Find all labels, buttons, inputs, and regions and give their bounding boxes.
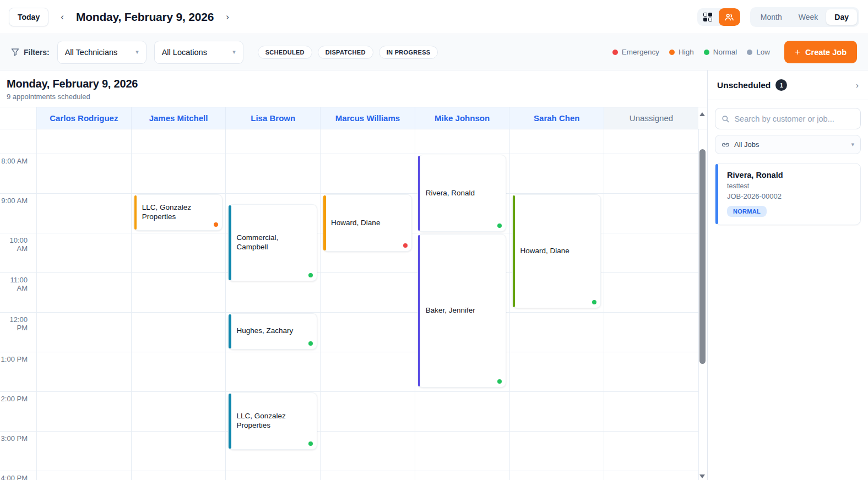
event-card-commercial-campbell[interactable]: Commercial, Campbell [228,204,317,281]
time-label: 8:00 AM [0,157,32,165]
schedule-grid: Carlos RodriguezJames MitchellLisa Brown… [0,107,707,480]
event-accent-bar [134,195,137,230]
appointments-count: 9 appointments scheduled [7,92,701,101]
legend-normal: Normal [704,48,737,56]
event-card-llc-gonzalez-properties[interactable]: LLC, Gonzalez Properties [228,392,317,450]
vertical-scrollbar-thumb[interactable] [699,149,706,364]
event-accent-bar [229,205,231,280]
legend-emergency: Emergency [612,48,659,56]
status-badge-scheduled[interactable]: SCHEDULED [258,46,312,59]
layout-view-toggle [697,8,740,26]
view-mode-week[interactable]: Week [790,9,827,25]
event-card-baker-jennifer[interactable]: Baker, Jennifer [417,234,507,388]
legend-dot-high [669,50,675,55]
event-card-howard-diane[interactable]: Howard, Diane [323,194,412,252]
event-title: Hughes, Zachary [236,326,293,336]
location-filter-select[interactable]: All Locations ▾ [154,41,243,64]
next-day-button[interactable]: › [221,9,234,25]
filters-label: Filters: [24,48,50,57]
hour-line [0,431,698,432]
status-filter-pills: SCHEDULEDDISPATCHEDIN PROGRESS [258,46,438,59]
filters-label-wrap: Filters: [11,48,50,57]
create-job-button[interactable]: + Create Job [784,41,857,63]
top-toolbar: Today ‹ Monday, February 9, 2026 › Month… [0,0,868,34]
column-divider [415,129,415,480]
unscheduled-job-card[interactable]: Rivera, Ronald testtest JOB-2026-00002 N… [715,163,861,225]
prev-day-button[interactable]: ‹ [56,9,68,25]
calendar-mode-switch: MonthWeekDay [750,7,859,27]
column-divider [36,129,37,480]
time-label: 4:00 PM [0,474,32,480]
scroll-down-arrow[interactable] [699,474,705,478]
time-gutter-header [0,107,36,129]
chevron-down-icon: ▾ [135,48,139,56]
column-header-carlos-rodriguez[interactable]: Carlos Rodriguez [36,107,131,129]
column-divider [320,129,321,480]
event-title: Rivera, Ronald [426,189,475,198]
time-label: 10:00 AM [0,236,32,253]
job-priority-badge: NORMAL [727,206,767,217]
schedule-grid-body[interactable]: 8:00 AM9:00 AM10:00 AM11:00 AM12:00 PM1:… [0,129,707,480]
event-priority-dot [497,379,502,384]
hour-line [0,471,698,471]
view-mode-month[interactable]: Month [752,9,790,25]
event-title: Howard, Diane [520,247,569,256]
priority-legend: EmergencyHighNormalLow [612,48,770,56]
grid-view-button[interactable] [697,8,719,26]
status-badge-dispatched[interactable]: DISPATCHED [318,46,373,59]
column-header-lisa-brown[interactable]: Lisa Brown [225,107,320,129]
column-header-marcus-williams[interactable]: Marcus Williams [320,107,415,129]
view-mode-day[interactable]: Day [826,9,857,25]
event-accent-bar [229,314,231,348]
status-badge-in-progress[interactable]: IN PROGRESS [379,46,438,59]
people-icon [724,13,734,21]
event-title: Baker, Jennifer [426,306,475,315]
job-search-input[interactable] [734,114,854,123]
time-label: 9:00 AM [0,197,32,205]
column-header-sarah-chen[interactable]: Sarah Chen [509,107,604,129]
event-priority-dot [308,273,313,277]
event-card-howard-diane[interactable]: Howard, Diane [512,194,601,308]
technician-column-headers: Carlos RodriguezJames MitchellLisa Brown… [0,107,707,129]
funnel-icon [11,48,19,56]
event-title: LLC, Gonzalez Properties [142,203,214,222]
scroll-up-arrow[interactable] [699,112,705,116]
column-divider [604,129,604,480]
event-priority-dot [592,300,596,304]
event-card-rivera-ronald[interactable]: Rivera, Ronald [417,155,507,232]
legend-dot-low [747,50,752,55]
event-priority-dot [497,223,502,228]
calendar-area: Monday, February 9, 2026 9 appointments … [0,70,707,480]
legend-dot-emergency [612,50,618,55]
hour-line [0,391,698,392]
event-accent-bar [418,235,421,386]
time-label: 2:00 PM [0,395,32,403]
job-customer-name: Rivera, Ronald [727,171,853,179]
job-description: testtest [727,182,853,190]
jobs-filter-select[interactable]: All Jobs ▾ [715,135,861,154]
location-filter-value: All Locations [162,48,207,57]
job-search-box [715,108,861,129]
today-button[interactable]: Today [9,8,48,26]
column-header-james-mitchell[interactable]: James Mitchell [131,107,226,129]
job-card-accent-bar [715,164,718,224]
event-priority-dot [308,441,313,446]
column-header-unassigned[interactable]: Unassigned [604,107,698,129]
column-header-mike-johnson[interactable]: Mike Johnson [415,107,509,129]
legend-high: High [669,48,694,56]
collapse-sidebar-chevron[interactable]: › [856,80,859,90]
technician-filter-select[interactable]: All Technicians ▾ [57,41,147,64]
legend-label: Normal [713,48,737,56]
day-header: Monday, February 9, 2026 9 appointments … [0,70,707,107]
technician-view-button[interactable] [719,8,740,26]
time-label: 1:00 PM [0,355,32,363]
event-accent-bar [513,195,516,307]
hour-line [0,352,698,352]
legend-label: Emergency [622,48,659,56]
unscheduled-header: Unscheduled 1 › [708,70,868,100]
event-card-llc-gonzalez-properties[interactable]: LLC, Gonzalez Properties [134,194,223,231]
legend-label: High [679,48,694,56]
event-card-hughes-zachary[interactable]: Hughes, Zachary [228,313,317,350]
event-title: LLC, Gonzalez Properties [236,412,308,430]
time-label: 12:00 PM [0,315,32,332]
